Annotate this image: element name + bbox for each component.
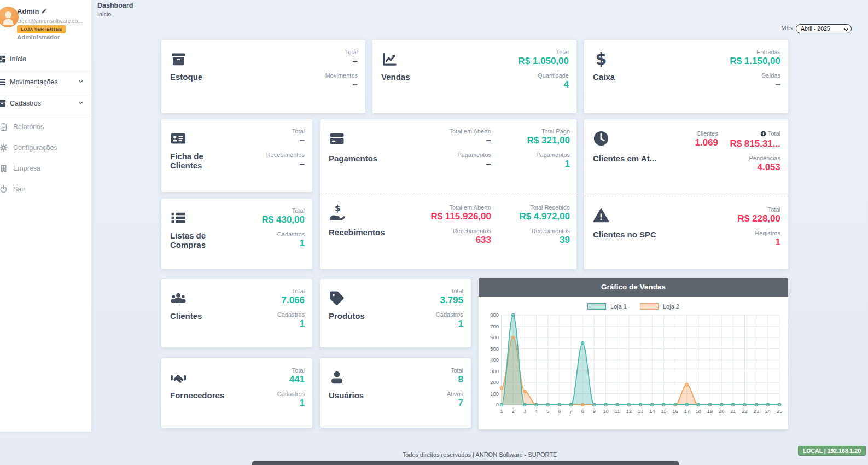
stat-value: 1.069 — [695, 137, 718, 149]
sidebar-item-inicio[interactable]: Início — [0, 49, 91, 69]
stat-label: Cadastros — [277, 391, 305, 397]
svg-text:8: 8 — [581, 408, 584, 414]
stat-value: R$ 321,00 — [527, 135, 570, 147]
card-stats: Total R$ 815.31... Pendências4.053 — [730, 130, 780, 178]
legend-item-loja2: Loja 2 — [640, 303, 679, 310]
card-clientes[interactable]: Clientes Total7.066 Cadastros1 — [161, 279, 312, 347]
card-title: Listas de Compras — [170, 231, 225, 250]
clipboard-icon — [0, 123, 8, 132]
svg-text:18: 18 — [696, 408, 702, 414]
dollar-icon: $ — [593, 51, 609, 67]
card-stats: TotalR$ 1.050,00 Quantidade4 — [518, 49, 569, 96]
month-label: Mês — [781, 25, 793, 31]
card-caixa[interactable]: $ Caixa EntradasR$ 1.150,00 Saídas– — [584, 40, 788, 113]
month-select[interactable]: Abril - 2025 — [796, 24, 852, 33]
svg-text:600: 600 — [490, 334, 499, 340]
user-icon — [329, 369, 345, 386]
card-title: Produtos — [329, 312, 401, 321]
chart-legend: Loja 1 Loja 2 — [479, 303, 788, 310]
stat-value: 8 — [447, 374, 463, 386]
dashboard-icon — [0, 55, 7, 64]
chart-line-icon — [381, 51, 398, 67]
svg-text:12: 12 — [626, 408, 632, 414]
card-atraso-spc[interactable]: Clientes em At... Clientes1.069 Total R$… — [584, 119, 788, 269]
sidebar-item-cadastros[interactable]: Cadastros — [0, 92, 91, 114]
stat-value: 441 — [277, 374, 305, 386]
card-stats: EntradasR$ 1.150,00 Saídas– — [730, 49, 780, 96]
stat-value: 633 — [430, 234, 491, 246]
sidebar-item-movimentacoes[interactable]: Movimentações — [0, 72, 91, 92]
legend-swatch-loja1 — [587, 303, 606, 310]
info-icon[interactable] — [760, 131, 766, 138]
stat-label: Cadastros — [436, 311, 463, 318]
edit-pencil-icon[interactable] — [41, 8, 48, 16]
stat-label: Total — [277, 288, 305, 294]
sidebar-item-sair[interactable]: Sair — [0, 179, 91, 200]
card-title: Ficha de Clientes — [170, 152, 225, 171]
legend-item-loja1: Loja 1 — [587, 303, 627, 310]
archive-icon — [0, 98, 7, 108]
user-name-text: Admin — [17, 7, 39, 15]
stat-label: Pendências — [730, 155, 780, 161]
svg-text:20: 20 — [719, 408, 725, 414]
sidebar-item-empresa[interactable]: Empresa — [0, 158, 91, 179]
box-icon — [170, 51, 187, 67]
stat-label: Total — [277, 367, 305, 374]
user-role: Administrador — [17, 34, 60, 40]
stat-label: Total — [730, 130, 780, 138]
stat-label: Saídas — [730, 72, 780, 79]
user-email: credit@anronsoftware.co... — [17, 18, 83, 24]
stat-label: Total — [738, 206, 780, 213]
card-title: Clientes no SPC — [593, 230, 675, 240]
stat-value: 3.795 — [436, 294, 463, 306]
sidebar-item-configuracoes[interactable]: Configurações — [0, 137, 91, 158]
svg-text:11: 11 — [615, 408, 620, 414]
card-title: Usuários — [329, 391, 401, 400]
stat-value: 1 — [436, 318, 463, 330]
card-title: Vendas — [381, 73, 453, 82]
svg-text:$: $ — [596, 51, 607, 67]
warning-triangle-icon — [593, 207, 609, 224]
stat-value: – — [266, 135, 305, 147]
card-stats: Total441 Cadastros1 — [277, 367, 305, 414]
stat-label: Movimentos — [325, 72, 358, 79]
svg-text:7: 7 — [569, 408, 572, 414]
card-stats: TotalR$ 228,00 Registros1 — [738, 206, 780, 253]
handshake-icon — [170, 369, 187, 386]
card-usuarios[interactable]: Usuários Total8 Ativos7 — [320, 358, 471, 428]
svg-text:800: 800 — [490, 312, 499, 318]
card-produtos[interactable]: Produtos Total3.795 Cadastros1 — [320, 279, 471, 347]
svg-text:200: 200 — [490, 379, 499, 385]
pagamentos-section: Pagamentos Total em Aberto– Pagamentos– … — [320, 119, 576, 193]
stat-value: 39 — [519, 234, 570, 246]
dock-strip — [252, 461, 679, 465]
coins-icon — [0, 78, 7, 87]
svg-text:100: 100 — [490, 391, 499, 397]
card-listas-de-compras[interactable]: Listas de Compras TotalR$ 430,00 Cadastr… — [161, 199, 312, 269]
stat-value: 4 — [518, 79, 569, 91]
card-pagamentos-recebimentos[interactable]: Pagamentos Total em Aberto– Pagamentos– … — [320, 119, 576, 269]
sidebar-item-relatorios[interactable]: Relatórios — [0, 117, 91, 137]
legend-swatch-loja2 — [640, 303, 659, 310]
card-vendas[interactable]: Vendas TotalR$ 1.050,00 Quantidade4 — [372, 40, 576, 113]
svg-text:23: 23 — [753, 408, 759, 414]
stat-label: Total — [262, 207, 305, 214]
stat-value: – — [730, 79, 780, 91]
card-estoque[interactable]: Estoque Total– Movimentos– — [161, 40, 365, 113]
svg-text:5: 5 — [546, 408, 549, 414]
card-stats: Total PagoR$ 321,00 Pagamentos1 — [527, 128, 570, 175]
sales-chart-panel: Gráfico de Vendas Loja 1 Loja 2 01002003… — [479, 278, 788, 429]
sidebar-item-label: Movimentações — [10, 78, 58, 86]
stat-value: 1 — [738, 236, 780, 248]
svg-text:21: 21 — [730, 408, 736, 414]
card-stats: Total em Aberto– Pagamentos– — [450, 128, 491, 175]
legend-label: Loja 1 — [610, 303, 627, 310]
svg-text:25: 25 — [777, 408, 783, 414]
stat-value: 1 — [277, 397, 305, 409]
card-fornecedores[interactable]: Fornecedores Total441 Cadastros1 — [161, 358, 312, 428]
card-ficha-de-clientes[interactable]: Ficha de Clientes Total– Recebimentos– — [161, 119, 312, 192]
avatar[interactable] — [0, 7, 19, 27]
gear-icon — [0, 143, 8, 153]
stat-label: Pagamentos — [527, 152, 570, 158]
svg-text:300: 300 — [490, 368, 499, 374]
